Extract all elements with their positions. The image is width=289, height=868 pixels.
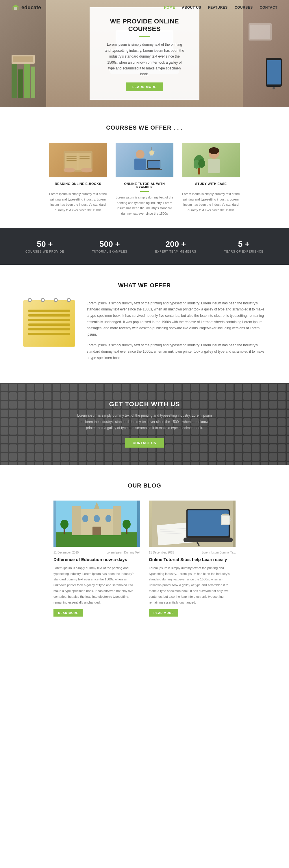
blog-img-1 xyxy=(53,500,140,547)
blog-card-1: 11 December, 2015 Lorem Ipsum Dummy Text… xyxy=(53,500,140,617)
blog-read-more-button-1[interactable]: READ MORE xyxy=(53,609,83,617)
study-img xyxy=(194,146,228,175)
stat-tutorials-number: 500 + xyxy=(92,240,128,249)
svg-rect-10 xyxy=(267,60,281,85)
hero-section: WE PROVIDE ONLINE COURSES Lorem ipsum is… xyxy=(0,0,289,107)
blog-title: OUR BLOG xyxy=(11,482,278,489)
stat-courses-number: 50 + xyxy=(26,240,64,249)
svg-rect-5 xyxy=(24,61,30,98)
svg-rect-38 xyxy=(208,159,220,173)
course-card-study: STUDY WITH EASE Lorem ipsum is simply du… xyxy=(182,143,240,216)
svg-point-42 xyxy=(198,159,205,168)
course-underline-study xyxy=(207,188,215,188)
logo-text: educate xyxy=(22,5,41,11)
course-title-tutorial: ONLINE TUTORIAL WITH EXAMPLE xyxy=(116,182,173,189)
offer-paragraph-2: Lorem ipsum is simply dummy text of the … xyxy=(87,342,266,361)
offer-notepad-img xyxy=(23,300,75,347)
notepad-lines xyxy=(28,310,70,337)
stat-tutorials-label: TUTORIAL EXAMPLES xyxy=(92,250,128,253)
tutorial-img xyxy=(127,146,162,175)
blog-meta-2: 11 December, 2015 Lorem Ipsum Dummy Text xyxy=(149,551,236,554)
building-svg xyxy=(57,500,137,547)
stats-section: 50 + COURSES WE PROVIDE 500 + TUTORIAL E… xyxy=(0,228,289,265)
reading-img xyxy=(61,146,95,175)
svg-rect-6 xyxy=(31,66,35,98)
course-img-tutorial xyxy=(116,143,173,177)
svg-rect-51 xyxy=(94,515,100,522)
offer-content: Lorem ipsum is simply dummy text of the … xyxy=(23,300,266,366)
svg-rect-2 xyxy=(14,7,17,10)
logo[interactable]: educate xyxy=(11,4,41,11)
blog-grid: 11 December, 2015 Lorem Ipsum Dummy Text… xyxy=(11,500,278,617)
svg-rect-21 xyxy=(67,156,77,157)
nav-contact[interactable]: CONTACT xyxy=(260,5,278,9)
blog-date-1: 11 December, 2015 xyxy=(53,551,79,554)
blog-post-text-2: Lorem ipsum is simply dummy text of the … xyxy=(149,565,236,606)
course-title-reading: READING ONLINE E-BOOKS xyxy=(49,182,107,185)
touch-title: GET TOUCH WITH US xyxy=(23,400,266,408)
stat-team-label: EXPERT TEAM MEMBERS xyxy=(155,250,196,253)
notepad-ring-4 xyxy=(67,298,71,302)
course-underline-reading xyxy=(74,188,82,188)
courses-section: COURSES WE OFFER . . . READING O xyxy=(0,107,289,228)
offer-texts: Lorem ipsum is simply dummy text of the … xyxy=(87,300,266,366)
nav-features[interactable]: FEATURES xyxy=(208,5,228,9)
svg-rect-32 xyxy=(146,169,162,170)
svg-point-11 xyxy=(273,87,275,89)
svg-point-26 xyxy=(64,168,75,173)
offer-paragraph-1: Lorem ipsum is simply dummy text of the … xyxy=(87,300,266,338)
stat-courses-label: COURSES WE PROVIDE xyxy=(26,250,64,253)
stat-courses: 50 + COURSES WE PROVIDE xyxy=(26,240,64,253)
blog-date-2: 11 December, 2015 xyxy=(149,551,174,554)
svg-point-27 xyxy=(81,168,93,173)
course-img-study xyxy=(182,143,240,177)
svg-rect-22 xyxy=(67,158,77,159)
hero-underline xyxy=(139,36,150,37)
svg-rect-24 xyxy=(79,156,89,157)
svg-point-58 xyxy=(122,520,131,529)
hero-text: Lorem ipsum is simply dummy text of the … xyxy=(104,42,185,77)
svg-rect-50 xyxy=(82,515,88,522)
offer-title: WHAT WE OFFER xyxy=(23,282,266,289)
course-img-reading xyxy=(49,143,107,177)
blog-category-1: Lorem Ipsum Dummy Text xyxy=(106,551,140,554)
course-text-tutorial: Lorem ipsum is simply dummy text of the … xyxy=(116,195,173,216)
books-deco xyxy=(9,46,43,104)
nav-links: HOME ABOUT US FEATURES COURSES CONTACT xyxy=(164,5,278,9)
course-text-reading: Lorem ipsum is simply dummy text of the … xyxy=(49,191,107,213)
stat-experience: 5 + YEARS OF EXPERIENCE xyxy=(224,240,263,253)
nav-courses[interactable]: COURSES xyxy=(235,5,253,9)
stat-team-number: 200 + xyxy=(155,240,196,249)
svg-rect-13 xyxy=(250,25,270,39)
offer-section: WHAT WE OFFER Lorem ipsum is simply dumm… xyxy=(0,265,289,383)
laptop-desk-svg xyxy=(152,500,232,547)
svg-rect-25 xyxy=(79,158,89,159)
hero-title: WE PROVIDE ONLINE COURSES xyxy=(104,18,185,33)
course-title-study: STUDY WITH EASE xyxy=(182,182,240,185)
blog-meta-1: 11 December, 2015 Lorem Ipsum Dummy Text xyxy=(53,551,140,554)
blog-img-2 xyxy=(149,500,236,547)
svg-rect-3 xyxy=(11,64,17,98)
notepad-ring-1 xyxy=(28,298,32,302)
blog-post-text-1: Lorem ipsum is simply dummy text of the … xyxy=(53,565,140,606)
hero-right-deco xyxy=(243,0,289,107)
stat-experience-label: YEARS OF EXPERIENCE xyxy=(224,250,263,253)
course-card-tutorial: ONLINE TUTORIAL WITH EXAMPLE Lorem ipsum… xyxy=(116,143,173,216)
blog-read-more-button-2[interactable]: READ MORE xyxy=(149,609,178,617)
nav-home[interactable]: HOME xyxy=(164,5,175,9)
svg-point-37 xyxy=(209,147,219,154)
notepad-line-3 xyxy=(28,319,70,321)
notepad-line-1 xyxy=(28,310,70,312)
svg-point-56 xyxy=(61,520,69,529)
notepad-ring-3 xyxy=(54,298,58,302)
hero-learn-more-button[interactable]: LEARN MORE xyxy=(126,83,163,91)
touch-contact-button[interactable]: CONTACT US xyxy=(125,438,164,447)
svg-rect-49 xyxy=(113,506,121,535)
svg-point-28 xyxy=(136,150,145,159)
svg-rect-8 xyxy=(13,56,33,62)
nav-about[interactable]: ABOUT US xyxy=(182,5,201,9)
touch-text: Lorem ipsum is simply dummy text of the … xyxy=(75,412,214,431)
phone-deco xyxy=(243,0,289,107)
svg-rect-52 xyxy=(106,515,111,522)
stat-experience-number: 5 + xyxy=(224,240,263,249)
